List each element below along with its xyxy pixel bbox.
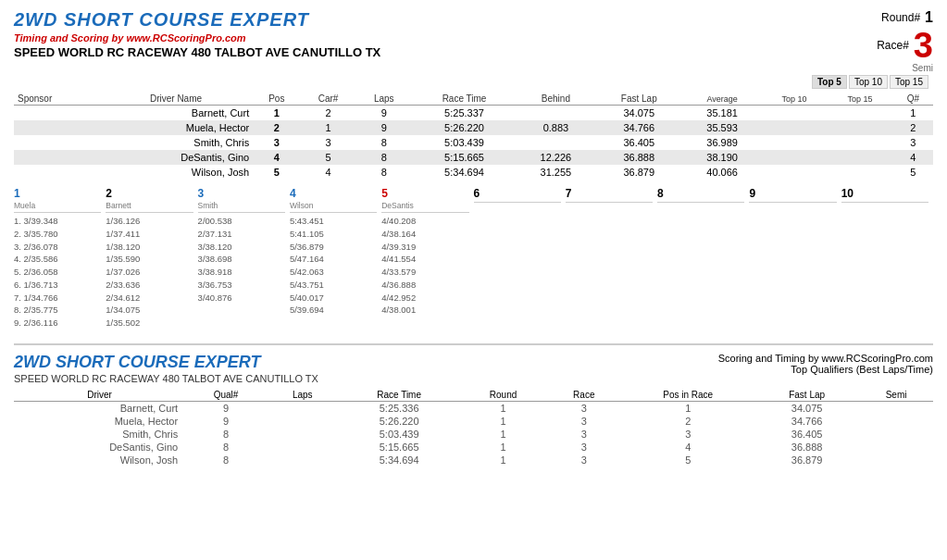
sponsor-cell — [14, 106, 99, 121]
car-name-label: Muela — [14, 201, 35, 210]
top5-cell: 38.190 — [683, 150, 762, 165]
top15-cell — [828, 106, 893, 121]
results-row: Muela, Hector 2 1 9 5:26.220 0.883 34.76… — [14, 120, 933, 135]
car-num-label: 5 — [381, 187, 388, 200]
lap-section: 1Muela1. 3/39.3482. 3/35.7803. 2/36.0784… — [14, 187, 933, 330]
car-num-label: 1 — [14, 187, 20, 200]
top15-cell — [828, 150, 893, 165]
lap-entry: 4/33.579 — [381, 266, 468, 279]
q-semi — [859, 401, 933, 415]
race-time-cell: 5:34.694 — [412, 165, 517, 180]
lap-column: 6 — [474, 187, 566, 330]
event-label: Semi — [877, 63, 933, 73]
q-semi — [859, 428, 933, 441]
fast-lap-cell: 34.075 — [595, 106, 683, 121]
top10-cell — [761, 106, 827, 121]
q-round: 1 — [460, 454, 547, 467]
race-time-header: Race Time — [412, 93, 517, 106]
scoring-label: Timing and Scoring by — [14, 32, 126, 44]
car-num-label: 6 — [474, 187, 480, 200]
qual-header: Q# — [893, 93, 933, 106]
round-row: Round# 1 — [877, 9, 933, 26]
lap-entry: 1/37.026 — [106, 266, 193, 279]
driver-cell: Smith, Chris — [99, 135, 253, 150]
car-header-item: 2Barnett — [106, 187, 193, 213]
lap-entry: 4/38.164 — [381, 228, 468, 241]
qual-cell: 5 — [893, 165, 933, 180]
q-qual: 9 — [185, 415, 267, 428]
car-cell: 2 — [300, 106, 355, 121]
lap-entry: 5. 2/36.058 — [14, 266, 101, 279]
top10-header: Top 10 — [761, 93, 827, 106]
top5-cell: 36.989 — [683, 135, 762, 150]
round-label: Round# — [881, 11, 920, 24]
lap-entry: 1/35.502 — [106, 317, 193, 330]
q-pos: 2 — [621, 415, 754, 428]
scoring-line: Timing and Scoring by www.RCScoringPro.c… — [14, 32, 877, 44]
qualifier-row: Muela, Hector 9 5:26.220 1 3 2 34.766 — [14, 415, 933, 428]
q-pos: 5 — [621, 454, 754, 467]
car-header-item: 8 — [657, 187, 744, 203]
pos-cell: 1 — [253, 106, 300, 121]
behind-cell — [517, 135, 595, 150]
q-laps — [267, 428, 339, 441]
pos-cell: 3 — [253, 135, 300, 150]
car-num-label: 3 — [198, 187, 205, 200]
laps-cell: 8 — [356, 150, 412, 165]
q-laps — [267, 415, 339, 428]
header: 2WD SHORT COURSE EXPERT Timing and Scori… — [14, 9, 933, 73]
car-header-item: 6 — [474, 187, 561, 203]
lap-entry: 1. 3/39.348 — [14, 215, 101, 228]
top5-filter-button[interactable]: Top 5 — [812, 75, 847, 89]
top10-cell — [761, 165, 827, 180]
top15-filter-button[interactable]: Top 15 — [890, 75, 928, 89]
q-race-time-header: Race Time — [339, 389, 460, 402]
driver-cell: Muela, Hector — [99, 120, 253, 135]
results-row: Barnett, Curt 1 2 9 5:25.337 34.075 35.1… — [14, 106, 933, 121]
q-round: 1 — [460, 441, 547, 454]
lap-entry: 5/43.751 — [290, 279, 377, 292]
pos-cell: 4 — [253, 150, 300, 165]
lap-entry: 3/38.698 — [198, 253, 285, 266]
top10-cell — [761, 150, 827, 165]
title-section: 2WD SHORT COURSE EXPERT Timing and Scori… — [14, 9, 877, 59]
lap-column: 9 — [749, 187, 841, 330]
pos-cell: 5 — [253, 165, 300, 180]
race-info: Round# 1 Race# 3 Semi — [877, 9, 933, 73]
qual-cell: 1 — [893, 106, 933, 121]
qualifier-row: DeSantis, Gino 8 5:15.665 1 3 4 36.888 — [14, 441, 933, 454]
bottom-qualifiers-label: Top Qualifiers (Best Laps/Time) — [718, 364, 933, 375]
q-qual: 8 — [185, 454, 267, 467]
results-row: Wilson, Josh 5 4 8 5:34.694 31.255 36.87… — [14, 165, 933, 180]
page-title: 2WD SHORT COURSE EXPERT — [14, 9, 877, 31]
sponsor-cell — [14, 120, 99, 135]
bottom-left: 2WD SHORT COURSE EXPERT SPEED WORLD RC R… — [14, 353, 318, 384]
lap-entry: 1/37.411 — [106, 228, 193, 241]
race-row: Race# 3 — [877, 28, 933, 63]
pos-cell: 2 — [253, 120, 300, 135]
car-header-item: 10 — [841, 187, 928, 203]
car-header-item: 7 — [566, 187, 653, 203]
qual-header-row: Driver Qual# Laps Race Time Round Race P… — [14, 389, 933, 402]
fast-lap-cell: 36.879 — [595, 165, 683, 180]
race-time-cell: 5:03.439 — [412, 135, 517, 150]
q-fast-lap: 36.879 — [754, 454, 859, 467]
car-num-label: 10 — [841, 187, 854, 200]
q-fast-lap: 34.766 — [754, 415, 859, 428]
lap-entry: 1/38.120 — [106, 241, 193, 254]
venue-name: SPEED WORLD RC RACEWAY 480 TALBOT AVE CA… — [14, 45, 877, 59]
q-qual-header: Qual# — [185, 389, 267, 402]
q-semi — [859, 454, 933, 467]
lap-entry: 1/34.075 — [106, 304, 193, 317]
top10-filter-button[interactable]: Top 10 — [849, 75, 888, 89]
q-laps — [267, 401, 339, 415]
fast-lap-cell: 34.766 — [595, 120, 683, 135]
top5-cell: 35.181 — [683, 106, 762, 121]
results-table: Sponsor Driver Name Pos Car# Laps Race T… — [14, 93, 933, 180]
q-fast-lap-header: Fast Lap — [754, 389, 859, 402]
sponsor-header: Sponsor — [14, 93, 99, 106]
bottom-scoring: Scoring and Timing by www.RCScoringPro.c… — [718, 353, 933, 364]
q-pos: 1 — [621, 401, 754, 415]
average-label: Average — [706, 94, 737, 104]
page-container: 2WD SHORT COURSE EXPERT Timing and Scori… — [0, 0, 947, 476]
